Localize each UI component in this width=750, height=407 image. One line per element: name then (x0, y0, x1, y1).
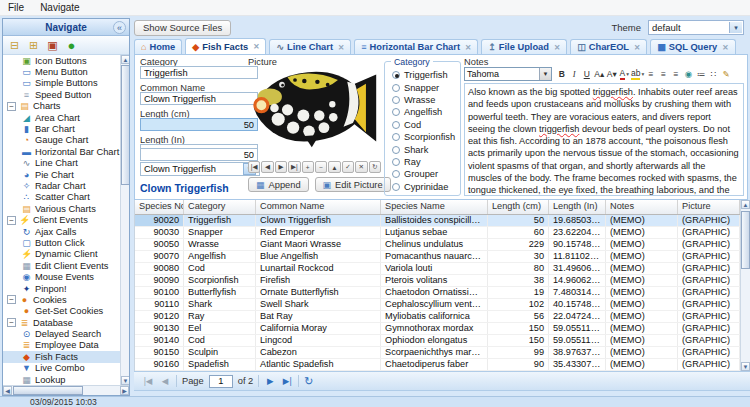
last-record-button[interactable]: ▶| (288, 161, 300, 173)
radio-cyprinidae[interactable]: Cyprinidae (385, 181, 460, 193)
sidebar-item-get-set-cookies[interactable]: ●Get-Set Cookies (3, 306, 120, 317)
close-icon[interactable]: ✕ (722, 43, 728, 52)
tab-fish-facts[interactable]: ◆Fish Facts✕ (185, 38, 266, 54)
page-number-input[interactable] (209, 375, 233, 388)
align-left-button[interactable]: ≡ (645, 67, 657, 81)
radio-angelfish[interactable]: Angelfish (385, 106, 460, 118)
radio-ray[interactable]: Ray (385, 156, 460, 168)
sidebar-item-lookup[interactable]: ▦Lookup (3, 374, 120, 385)
table-row[interactable]: 90050WrasseGiant Maori WrasseChelinus un… (135, 239, 740, 251)
tab-chareol[interactable]: ◫CharEOL✕ (570, 39, 647, 54)
chevron-down-icon[interactable]: ▾ (641, 71, 644, 77)
grow-font-button[interactable]: A▴ (594, 67, 606, 81)
delete-record-button[interactable]: − (315, 161, 327, 173)
shrink-font-button[interactable]: A▾ (606, 67, 618, 81)
tree-scroll-thumb[interactable] (121, 65, 129, 185)
column-header-length-cm-[interactable]: Length (cm) (488, 200, 549, 214)
post-edit-button[interactable]: ✓ (342, 161, 354, 173)
scroll-up-icon[interactable]: ▲ (121, 55, 129, 64)
column-header-category[interactable]: Category (184, 200, 256, 214)
sidebar-item-speed-button[interactable]: ≡Speed Button (3, 89, 120, 100)
delete-node-button[interactable]: ▣ (45, 38, 60, 53)
sidebar-item-bar-chart[interactable]: ▮Bar Chart (3, 123, 120, 134)
column-header-picture[interactable]: Picture (678, 200, 740, 214)
table-row[interactable]: 90090ScorpionfishFirefishPterois volitan… (135, 275, 740, 287)
radio-scorpionfish[interactable]: Scorpionfish (385, 131, 460, 143)
chevron-down-icon[interactable]: ▾ (729, 22, 742, 33)
theme-select[interactable]: default ▾ (648, 20, 744, 35)
expand-all-button[interactable]: ⊞ (26, 38, 41, 53)
radio-triggerfish[interactable]: Triggerfish (385, 69, 460, 81)
fish-select-combo[interactable]: Clown Triggerfish ▾ (140, 162, 260, 176)
radio-grouper[interactable]: Grouper (385, 168, 460, 180)
underline-button[interactable]: U (581, 67, 593, 81)
edit-picture-button[interactable]: ▣ Edit Picture (315, 177, 391, 192)
sidebar-item-line-chart[interactable]: ∿Line Chart (3, 158, 120, 169)
column-header-common-name[interactable]: Common Name (256, 200, 381, 214)
first-record-button[interactable]: |◀ (248, 161, 260, 173)
show-source-files-button[interactable]: Show Source Files (134, 20, 231, 36)
column-header-notes[interactable]: Notes (606, 200, 678, 214)
refresh-icon[interactable]: ↻ (304, 375, 313, 388)
tree-expander-icon[interactable]: − (7, 318, 16, 327)
highlight-color-button[interactable]: ab▾ (631, 67, 644, 81)
insert-image-button[interactable]: ◉ (683, 67, 695, 81)
table-row[interactable]: 90120RayBat RayMyliobatis californica562… (135, 311, 740, 323)
close-icon[interactable]: ✕ (338, 43, 344, 52)
sidebar-item-pinpon-[interactable]: ✦Pinpon! (3, 283, 120, 294)
bold-button[interactable]: B (556, 67, 568, 81)
edit-note-button[interactable]: ✎ (720, 67, 732, 81)
align-center-button[interactable]: ≡ (658, 67, 670, 81)
table-row[interactable]: 90030SnapperRed EmperorLutjanus sebae602… (135, 227, 740, 239)
table-row[interactable]: 90160SpadefishAtlantic SpadefishChaetodi… (135, 359, 740, 371)
sidebar-item-area-chart[interactable]: ◢Area Chart (3, 112, 120, 123)
sidebar-item-charts[interactable]: −▤Charts (3, 101, 120, 112)
table-row[interactable]: 90130EelCalifornia MorayGymnothorax mord… (135, 323, 740, 335)
numbered-list-button[interactable]: ≔ (695, 67, 707, 81)
close-icon[interactable]: ✕ (465, 43, 471, 52)
last-page-button[interactable]: ▶| (281, 374, 293, 388)
sidebar-item-cookies[interactable]: −●Cookies (3, 294, 120, 305)
sidebar-item-delayed-search[interactable]: ⊙Delayed Search (3, 328, 120, 339)
cancel-edit-button[interactable]: ✕ (355, 161, 367, 173)
table-row[interactable]: 90140CodLingcodOphiodon elongatus15059.0… (135, 335, 740, 347)
grid-scroll-thumb[interactable] (741, 211, 750, 269)
tab-line-chart[interactable]: ∿Line Chart✕ (269, 39, 351, 54)
menu-item-file[interactable]: File (0, 0, 32, 16)
tree-vertical-scrollbar[interactable]: ▲ ▼ (120, 55, 129, 385)
chevron-down-icon[interactable]: ▾ (626, 71, 629, 77)
radio-cod[interactable]: Cod (385, 119, 460, 131)
sidebar-item-pie-chart[interactable]: ◕Pie Chart (3, 169, 120, 180)
column-header-species-no[interactable]: Species No (135, 200, 184, 214)
column-header-length-in-[interactable]: Length (In) (549, 200, 606, 214)
scroll-up-icon[interactable]: ▲ (741, 200, 750, 209)
sidebar-item-employee-data[interactable]: ≣Employee Data (3, 340, 120, 351)
tree-expander-icon[interactable]: − (7, 102, 16, 111)
tab-sql-query[interactable]: ▦SQL Query✕ (650, 39, 735, 54)
grid-vertical-scrollbar[interactable]: ▲ ▼ (740, 200, 750, 371)
font-name-select[interactable]: Tahoma ▼ (464, 67, 552, 81)
close-icon[interactable]: ✕ (634, 43, 640, 52)
radio-snapper[interactable]: Snapper (385, 81, 460, 93)
next-page-button[interactable]: ▶ (264, 374, 276, 388)
tree-expander-icon[interactable]: − (7, 216, 16, 225)
tab-horizontal-bar-chart[interactable]: ≡Horizontal Bar Chart✕ (354, 39, 478, 54)
insert-record-button[interactable]: + (302, 161, 314, 173)
prior-record-button[interactable]: ◀ (261, 161, 273, 173)
bullet-list-button[interactable]: ∷ (708, 67, 720, 81)
tab-home[interactable]: ⌂Home (134, 39, 182, 54)
sidebar-item-icon-buttons[interactable]: ▣Icon Buttons (3, 55, 120, 66)
sidebar-item-various-charts[interactable]: ▤Various Charts (3, 203, 120, 214)
table-row[interactable]: 90020TriggerfishClown TriggerfishBallist… (135, 215, 740, 227)
menu-item-navigate[interactable]: Navigate (32, 0, 87, 16)
align-right-button[interactable]: ≡ (670, 67, 682, 81)
sidebar-item-dynamic-client[interactable]: ⚡Dynamic Client (3, 249, 120, 260)
close-icon[interactable]: ✕ (253, 42, 259, 51)
tree-hscroll-thumb[interactable] (13, 386, 83, 395)
notes-text-area[interactable]: Also known as the big spotted triggerfis… (464, 83, 744, 196)
tree-expander-icon[interactable]: − (7, 295, 16, 304)
table-row[interactable]: 90080CodLunartail RockcodVariola louti80… (135, 263, 740, 275)
sidebar-collapse-button[interactable]: « (113, 21, 126, 34)
scroll-left-icon[interactable]: ◀ (3, 386, 12, 395)
italic-button[interactable]: I (569, 67, 581, 81)
